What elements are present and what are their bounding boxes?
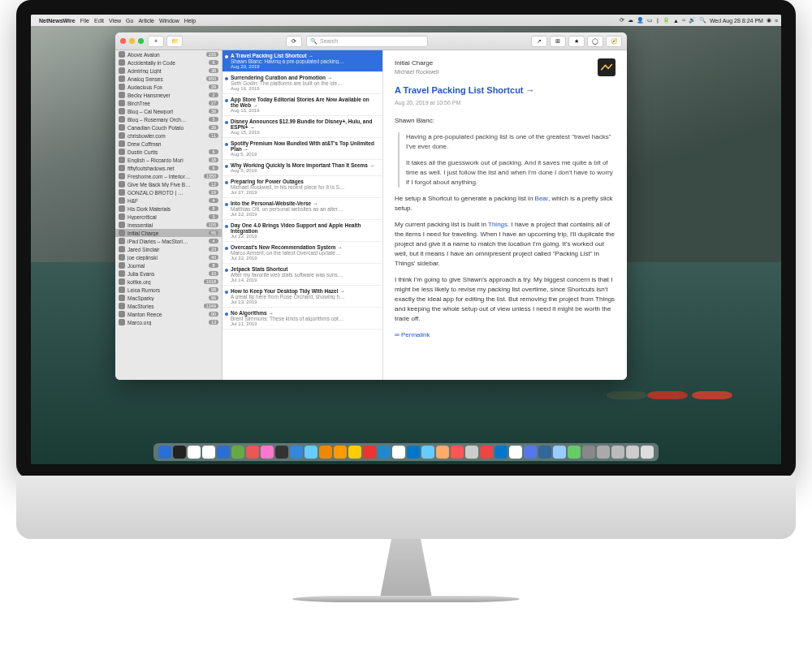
timeline-item[interactable]: Disney Announces $12.99 Bundle for Disne…	[222, 116, 382, 138]
dock-app-icon[interactable]	[407, 446, 420, 459]
dock-app-icon[interactable]	[348, 446, 361, 459]
new-folder-button[interactable]: 📁	[166, 36, 183, 47]
dock-app-icon[interactable]	[436, 446, 449, 459]
sidebar-feed-item[interactable]: fiftyfootshadows.net9	[115, 164, 222, 172]
dock-app-icon[interactable]	[392, 446, 405, 459]
sidebar-feed-item[interactable]: Marco.org13	[115, 318, 222, 326]
things-link[interactable]: Things	[488, 221, 508, 228]
status-icon[interactable]: ⟳	[620, 17, 624, 24]
dock-app-icon[interactable]	[158, 446, 171, 459]
dock-app-icon[interactable]	[421, 446, 434, 459]
sidebar-feed-item[interactable]: Canadian Couch Potato29	[115, 123, 222, 131]
sidebar-feed-item[interactable]: Dustin Curtis6	[115, 148, 222, 156]
timeline-item[interactable]: A Travel Packing List Shortcut →Shawn Bl…	[222, 50, 382, 72]
timeline-item[interactable]: No Algorithms →Brent Simmons: These kind…	[222, 308, 382, 330]
menu-go[interactable]: Go	[126, 18, 133, 24]
mark-read-button[interactable]: ◯	[587, 36, 603, 47]
feed-sidebar[interactable]: Above Avalon235Accidentally in Code6Admi…	[115, 50, 222, 380]
timeline-item[interactable]: Spotify Premium Now Bundled With at&T's …	[222, 138, 382, 160]
refresh-button[interactable]: ⟳	[286, 36, 302, 47]
article-timeline[interactable]: A Travel Packing List Shortcut →Shawn Bl…	[222, 50, 383, 380]
dock-app-icon[interactable]	[261, 446, 274, 459]
share-button[interactable]: ↗	[531, 36, 547, 47]
dock-app-icon[interactable]	[188, 446, 201, 459]
search-input[interactable]: 🔍 Search	[306, 36, 428, 47]
timeline-item[interactable]: Overcast's New Recommendation System →Ma…	[222, 242, 382, 264]
star-button[interactable]: ★	[568, 36, 585, 47]
dock-app-icon[interactable]	[495, 446, 508, 459]
timeline-item[interactable]: Into the Personal-Website-Verse →Matthia…	[222, 198, 382, 220]
wifi-icon[interactable]: ⌔	[682, 18, 685, 24]
dock-app-icon[interactable]	[246, 446, 259, 459]
timeline-item[interactable]: Surrendering Curation and Promotion →Set…	[222, 72, 382, 94]
dock-app-icon[interactable]	[451, 446, 464, 459]
volume-icon[interactable]: 🔊	[689, 17, 696, 24]
minimize-button[interactable]	[129, 38, 135, 44]
status-icon[interactable]: ☁	[628, 17, 633, 24]
timeline-item[interactable]: Why Working Quickly Is More Important Th…	[222, 160, 382, 176]
sidebar-feed-item[interactable]: Above Avalon235	[115, 50, 222, 58]
dock-app-icon[interactable]	[304, 446, 317, 459]
dock-app-icon[interactable]	[626, 446, 639, 459]
sidebar-feed-item[interactable]: GONZALO BROTO | …19	[115, 188, 222, 196]
open-browser-button[interactable]: 🧭	[606, 36, 622, 47]
dock-app-icon[interactable]	[553, 446, 566, 459]
reader-button[interactable]: ⊞	[550, 36, 566, 47]
dock-app-icon[interactable]	[597, 446, 610, 459]
siri-icon[interactable]: ◉	[767, 17, 771, 24]
sidebar-feed-item[interactable]: kottke.org1018	[115, 278, 222, 286]
sidebar-feed-item[interactable]: Leica Rumors98	[115, 286, 222, 294]
sidebar-feed-item[interactable]: iPad Diaries – MacStori…4	[115, 237, 222, 245]
new-feed-button[interactable]: +	[148, 36, 164, 47]
dock-app-icon[interactable]	[568, 446, 581, 459]
dock-app-icon[interactable]	[290, 446, 303, 459]
bluetooth-icon[interactable]: ᛒ	[656, 18, 659, 24]
zoom-button[interactable]	[138, 38, 144, 44]
sidebar-feed-item[interactable]: Freshome.com – Interior…1350	[115, 172, 222, 180]
timeline-item[interactable]: Preparing for Power OutagesMichael Rockw…	[222, 176, 382, 198]
airplay-icon[interactable]: ▲	[673, 18, 679, 24]
status-icon[interactable]: 👤	[637, 17, 644, 24]
app-name[interactable]: NetNewsWire	[39, 18, 76, 24]
menu-view[interactable]: View	[109, 18, 121, 24]
sidebar-feed-item[interactable]: His Dork Materials8	[115, 205, 222, 213]
dock-app-icon[interactable]	[173, 446, 186, 459]
spotlight-icon[interactable]: 🔍	[699, 17, 706, 24]
bear-link[interactable]: Bear	[535, 195, 548, 202]
sidebar-feed-item[interactable]: Audacious Fox29	[115, 83, 222, 91]
sidebar-feed-item[interactable]: Blog – Rosemary Orch…5	[115, 115, 222, 123]
sidebar-feed-item[interactable]: Admiring Light38	[115, 67, 222, 75]
dock-app-icon[interactable]	[524, 446, 537, 459]
dock-app-icon[interactable]	[641, 446, 654, 459]
dock-app-icon[interactable]	[334, 446, 347, 459]
dock-app-icon[interactable]	[275, 446, 288, 459]
dock-app-icon[interactable]	[363, 446, 376, 459]
sidebar-feed-item[interactable]: chrisbowler.com11	[115, 131, 222, 140]
sidebar-feed-item[interactable]: Manton Reece90	[115, 310, 222, 318]
dock-app-icon[interactable]	[217, 446, 230, 459]
dock-app-icon[interactable]	[202, 446, 215, 459]
dock-app-icon[interactable]	[611, 446, 624, 459]
sidebar-feed-item[interactable]: joe cieplinski40	[115, 253, 222, 261]
dock-app-icon[interactable]	[319, 446, 332, 459]
sidebar-feed-item[interactable]: Julia Evans10	[115, 269, 222, 278]
menu-file[interactable]: File	[80, 18, 89, 24]
sidebar-feed-item[interactable]: English – Riccardo Mori18	[115, 156, 222, 164]
sidebar-feed-item[interactable]: H&F4	[115, 196, 222, 205]
sidebar-feed-item[interactable]: Hypercritical3	[115, 213, 222, 221]
sidebar-feed-item[interactable]: Jared Sinclair23	[115, 245, 222, 253]
clock[interactable]: Wed Aug 28 8:24 PM	[710, 18, 763, 24]
status-icon[interactable]: ▭	[647, 17, 653, 24]
sidebar-feed-item[interactable]: Becky Hansmeyer2	[115, 91, 222, 99]
timeline-item[interactable]: How to Keep Your Desktop Tidy With Hazel…	[222, 286, 382, 308]
sidebar-feed-item[interactable]: Give Me Back My Five B…12	[115, 180, 222, 188]
permalink[interactable]: ∞ Permalink	[395, 331, 430, 338]
battery-icon[interactable]: 🔋	[663, 17, 670, 24]
timeline-item[interactable]: App Store Today Editorial Stories Are No…	[222, 94, 382, 116]
sidebar-feed-item[interactable]: MacSparky96	[115, 294, 222, 302]
sidebar-feed-item[interactable]: Analog Senses950	[115, 75, 222, 83]
article-title[interactable]: A Travel Packing List Shortcut →	[395, 84, 615, 97]
menu-edit[interactable]: Edit	[94, 18, 104, 24]
article-pane[interactable]: Initial Charge Michael Rockwell A Travel…	[383, 50, 627, 380]
sidebar-feed-item[interactable]: Drew Coffman	[115, 140, 222, 148]
